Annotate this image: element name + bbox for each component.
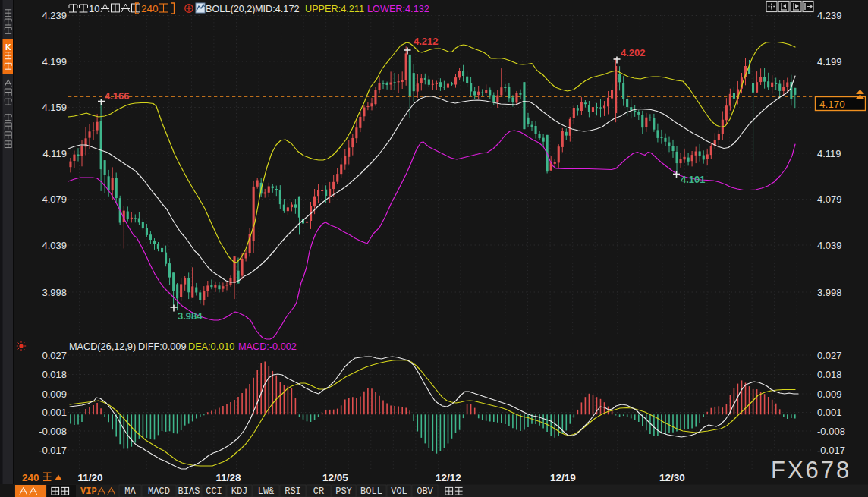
svg-text:4.039: 4.039	[817, 240, 842, 251]
svg-text:0.018: 0.018	[42, 369, 67, 380]
svg-text:4.239: 4.239	[817, 10, 842, 21]
svg-text:MA: MA	[124, 486, 136, 497]
svg-text:10: 10	[89, 3, 99, 14]
svg-text:3.998: 3.998	[817, 287, 842, 298]
svg-text:DEA:0.010: DEA:0.010	[188, 341, 234, 352]
svg-text:11/28: 11/28	[215, 472, 241, 483]
svg-text:LOWER:4.132: LOWER:4.132	[367, 4, 429, 14]
svg-text:0.018: 0.018	[817, 369, 842, 380]
svg-text:0.001: 0.001	[817, 407, 842, 418]
svg-text:MID:4.172: MID:4.172	[255, 4, 300, 14]
svg-text:-0.017: -0.017	[39, 445, 67, 456]
svg-text:4.159: 4.159	[42, 102, 67, 113]
svg-text:12/05: 12/05	[322, 472, 348, 483]
svg-text:VIP: VIP	[80, 486, 97, 497]
svg-text:-0.017: -0.017	[817, 445, 845, 456]
svg-text:4.079: 4.079	[42, 193, 67, 205]
svg-text:BOLL: BOLL	[360, 486, 382, 497]
svg-text:0.027: 0.027	[817, 350, 842, 361]
svg-text:-0.008: -0.008	[39, 426, 67, 437]
svg-text:4.119: 4.119	[817, 148, 841, 159]
svg-text:OBV: OBV	[417, 486, 433, 497]
svg-text:0.027: 0.027	[42, 350, 67, 361]
svg-text:4.170: 4.170	[819, 99, 845, 110]
svg-text:RSI: RSI	[285, 486, 301, 497]
svg-text:4.079: 4.079	[817, 193, 842, 205]
svg-text:FX678: FX678	[771, 457, 851, 483]
svg-text:KDJ: KDJ	[231, 486, 248, 497]
svg-text:3.998: 3.998	[42, 287, 67, 298]
svg-text:CR: CR	[313, 486, 324, 497]
svg-text:12/12: 12/12	[436, 472, 461, 483]
svg-text:4.119: 4.119	[42, 148, 67, 159]
svg-text:240: 240	[22, 472, 39, 483]
svg-text:0.001: 0.001	[42, 407, 67, 418]
svg-text:VOL: VOL	[391, 486, 407, 497]
svg-text:MACD: MACD	[148, 486, 170, 497]
svg-text:12/19: 12/19	[550, 472, 576, 483]
svg-text:MACD:-0.002: MACD:-0.002	[238, 341, 297, 352]
svg-text:LW&: LW&	[258, 486, 275, 497]
svg-text:MACD(26,12,9): MACD(26,12,9)	[69, 341, 136, 352]
svg-text:PSY: PSY	[335, 486, 352, 497]
svg-text:DIFF:0.009: DIFF:0.009	[138, 341, 186, 352]
svg-text:UPPER:4.211: UPPER:4.211	[305, 4, 364, 14]
svg-text:240: 240	[141, 3, 159, 14]
svg-text:0.009: 0.009	[42, 388, 67, 400]
svg-text:4.239: 4.239	[42, 10, 67, 21]
svg-text:4.199: 4.199	[817, 56, 842, 68]
svg-text:11/20: 11/20	[77, 472, 102, 483]
svg-text:BIAS: BIAS	[178, 486, 200, 497]
svg-text:12/30: 12/30	[659, 472, 685, 483]
svg-text:CCI: CCI	[206, 486, 222, 497]
svg-text:0.009: 0.009	[817, 388, 842, 400]
svg-text:4.039: 4.039	[42, 240, 67, 251]
svg-text:-0.008: -0.008	[817, 426, 845, 437]
svg-text:BOLL(20,2): BOLL(20,2)	[206, 4, 256, 14]
svg-text:4.199: 4.199	[42, 56, 67, 68]
svg-text:K: K	[5, 42, 11, 52]
